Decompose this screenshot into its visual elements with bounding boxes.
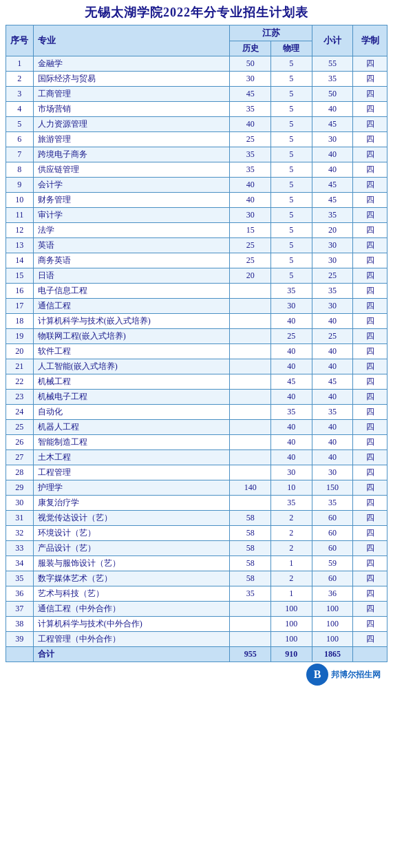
cell-physics: 5 bbox=[271, 178, 312, 193]
cell-physics: 1 bbox=[271, 556, 312, 571]
cell-history: 35 bbox=[230, 102, 271, 117]
cell-major: 环境设计（艺） bbox=[33, 526, 230, 541]
cell-seq: 21 bbox=[6, 359, 34, 374]
cell-history: 58 bbox=[230, 556, 271, 571]
table-row: 4市场营销35540四 bbox=[6, 102, 387, 117]
cell-seq: 14 bbox=[6, 253, 34, 268]
cell-history: 140 bbox=[230, 480, 271, 496]
cell-major: 日语 bbox=[33, 268, 230, 284]
cell-subtotal: 55 bbox=[312, 56, 353, 72]
cell-major: 计算机科学与技术(嵌入式培养) bbox=[33, 314, 230, 329]
watermark-text: 邦博尔招生网 bbox=[331, 669, 381, 681]
cell-system: 四 bbox=[353, 344, 387, 359]
cell-subtotal: 30 bbox=[312, 132, 353, 147]
cell-seq: 16 bbox=[6, 284, 34, 299]
page-wrapper: 无锡太湖学院2022年分专业招生计划表 序号 专业 江苏 小计 学制 历史 物理… bbox=[0, 0, 393, 692]
cell-subtotal: 40 bbox=[312, 147, 353, 162]
cell-major: 软件工程 bbox=[33, 344, 230, 359]
cell-history bbox=[230, 435, 271, 450]
table-row: 19物联网工程(嵌入式培养)2525四 bbox=[6, 329, 387, 344]
cell-subtotal: 40 bbox=[312, 450, 353, 465]
cell-subtotal: 40 bbox=[312, 162, 353, 178]
cell-history: 58 bbox=[230, 511, 271, 526]
cell-major: 会计学 bbox=[33, 178, 230, 193]
cell-system: 四 bbox=[353, 435, 387, 450]
cell-system: 四 bbox=[353, 390, 387, 405]
cell-physics: 910 bbox=[271, 647, 312, 662]
cell-seq: 22 bbox=[6, 374, 34, 390]
cell-major: 产品设计（艺） bbox=[33, 541, 230, 556]
cell-system: 四 bbox=[353, 526, 387, 541]
cell-seq: 11 bbox=[6, 208, 34, 223]
cell-major: 机械工程 bbox=[33, 374, 230, 390]
cell-seq: 37 bbox=[6, 602, 34, 617]
cell-physics: 5 bbox=[271, 162, 312, 178]
cell-seq: 6 bbox=[6, 132, 34, 147]
table-row: 36艺术与科技（艺）35136四 bbox=[6, 586, 387, 602]
cell-system: 四 bbox=[353, 314, 387, 329]
cell-major: 工商管理 bbox=[33, 87, 230, 102]
cell-subtotal: 20 bbox=[312, 223, 353, 238]
cell-history bbox=[230, 405, 271, 420]
cell-major: 金融学 bbox=[33, 56, 230, 72]
cell-seq: 10 bbox=[6, 193, 34, 208]
cell-system: 四 bbox=[353, 178, 387, 193]
cell-history: 30 bbox=[230, 208, 271, 223]
cell-system: 四 bbox=[353, 541, 387, 556]
cell-history: 25 bbox=[230, 253, 271, 268]
table-row: 5人力资源管理40545四 bbox=[6, 117, 387, 132]
cell-seq: 33 bbox=[6, 541, 34, 556]
cell-system: 四 bbox=[353, 586, 387, 602]
cell-seq: 5 bbox=[6, 117, 34, 132]
cell-history bbox=[230, 420, 271, 435]
cell-seq: 15 bbox=[6, 268, 34, 284]
cell-subtotal: 59 bbox=[312, 556, 353, 571]
cell-seq: 29 bbox=[6, 480, 34, 496]
table-row: 7跨境电子商务35540四 bbox=[6, 147, 387, 162]
cell-subtotal: 35 bbox=[312, 72, 353, 87]
cell-physics: 5 bbox=[271, 102, 312, 117]
table-row: 24自动化3535四 bbox=[6, 405, 387, 420]
cell-major: 护理学 bbox=[33, 480, 230, 496]
cell-major: 法学 bbox=[33, 223, 230, 238]
cell-subtotal: 100 bbox=[312, 632, 353, 647]
cell-subtotal: 30 bbox=[312, 238, 353, 253]
cell-subtotal: 30 bbox=[312, 253, 353, 268]
cell-system: 四 bbox=[353, 359, 387, 374]
table-row: 2国际经济与贸易30535四 bbox=[6, 72, 387, 87]
cell-physics: 2 bbox=[271, 571, 312, 586]
cell-seq: 13 bbox=[6, 238, 34, 253]
cell-seq: 18 bbox=[6, 314, 34, 329]
header-row-1: 序号 专业 江苏 小计 学制 bbox=[6, 25, 387, 41]
cell-physics: 40 bbox=[271, 390, 312, 405]
cell-seq: 39 bbox=[6, 632, 34, 647]
cell-major: 审计学 bbox=[33, 208, 230, 223]
cell-system: 四 bbox=[353, 329, 387, 344]
cell-history: 35 bbox=[230, 586, 271, 602]
cell-physics: 35 bbox=[271, 284, 312, 299]
header-system: 学制 bbox=[353, 25, 387, 56]
cell-subtotal: 1865 bbox=[312, 647, 353, 662]
cell-physics: 100 bbox=[271, 602, 312, 617]
table-row: 6旅游管理25530四 bbox=[6, 132, 387, 147]
cell-history: 955 bbox=[230, 647, 271, 662]
cell-major: 人工智能(嵌入式培养) bbox=[33, 359, 230, 374]
cell-physics: 10 bbox=[271, 480, 312, 496]
cell-physics: 2 bbox=[271, 526, 312, 541]
cell-history: 40 bbox=[230, 193, 271, 208]
cell-subtotal: 35 bbox=[312, 208, 353, 223]
cell-major: 服装与服饰设计（艺） bbox=[33, 556, 230, 571]
cell-seq: 30 bbox=[6, 496, 34, 511]
cell-history bbox=[230, 450, 271, 465]
table-row: 34服装与服饰设计（艺）58159四 bbox=[6, 556, 387, 571]
cell-system: 四 bbox=[353, 496, 387, 511]
cell-system: 四 bbox=[353, 147, 387, 162]
cell-subtotal: 30 bbox=[312, 299, 353, 314]
cell-physics: 5 bbox=[271, 132, 312, 147]
cell-major: 康复治疗学 bbox=[33, 496, 230, 511]
cell-physics: 40 bbox=[271, 435, 312, 450]
table-row: 27土木工程4040四 bbox=[6, 450, 387, 465]
cell-physics: 45 bbox=[271, 374, 312, 390]
cell-system: 四 bbox=[353, 87, 387, 102]
page-title: 无锡太湖学院2022年分专业招生计划表 bbox=[6, 4, 387, 21]
